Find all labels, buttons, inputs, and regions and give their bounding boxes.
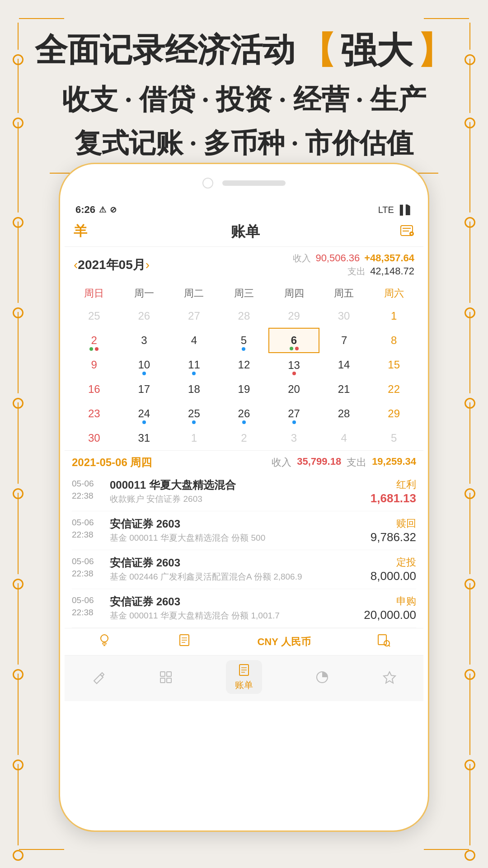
calendar-day[interactable]: 30 (319, 304, 369, 328)
calendar-day[interactable]: 31 (119, 426, 169, 450)
calendar-day[interactable]: 16 (69, 377, 119, 401)
calendar-day[interactable]: 25 (69, 304, 119, 328)
calendar-day[interactable]: 25 (169, 401, 219, 426)
deco-circle (13, 760, 23, 770)
header-main-text: 全面记录经济活动 (35, 29, 295, 72)
calendar-day[interactable]: 28 (219, 304, 269, 328)
status-left: 6:26 ⚠ ⊘ (75, 204, 117, 216)
deco-circle (465, 760, 475, 770)
calendar-day[interactable]: 3 (119, 328, 169, 353)
calendar-day[interactable]: 1 (369, 304, 419, 328)
calendar-day[interactable]: 19 (219, 377, 269, 401)
calendar-day[interactable]: 21 (319, 377, 369, 401)
dot-blue (142, 372, 146, 375)
currency-selector[interactable]: CNY 人民币 (257, 635, 310, 649)
app-header: 羊 账单 (65, 219, 423, 247)
calendar-day[interactable]: 5 (369, 426, 419, 450)
calendar-day[interactable]: 14 (319, 353, 369, 377)
calendar-day[interactable]: 13 (269, 353, 319, 377)
transaction-item[interactable]: 05-0622:38安信证券 2603基金 000011 华夏大盘精选混合 份额… (72, 589, 416, 628)
day-number: 21 (338, 383, 350, 395)
tx-right: 定投8,000.00 (371, 556, 416, 583)
calendar-day[interactable]: 2 (219, 426, 269, 450)
day-number: 28 (338, 407, 350, 420)
weekday-mon: 周一 (119, 283, 169, 304)
calendar-week-row: 2345678 (69, 328, 419, 353)
day-expense-label: 支出 (347, 456, 366, 469)
day-dots (169, 420, 219, 424)
transaction-list: 05-0622:38000011 华夏大盘精选混合收款账户 安信证券 2603红… (65, 472, 423, 628)
calendar-day[interactable]: 5 (219, 328, 269, 353)
calendar-day[interactable]: 4 (169, 328, 219, 353)
day-number: 29 (388, 407, 400, 420)
calendar-day[interactable]: 26 (219, 401, 269, 426)
calendar-day[interactable]: 8 (369, 328, 419, 353)
lightbulb-icon[interactable] (97, 633, 112, 651)
day-number: 18 (188, 383, 200, 395)
day-number: 30 (338, 310, 350, 322)
expense-label: 支出 (347, 265, 366, 278)
calendar-day[interactable]: 6 (269, 328, 319, 353)
day-dots (269, 372, 319, 375)
calendar-day[interactable]: 18 (169, 377, 219, 401)
calendar-day[interactable]: 15 (369, 353, 419, 377)
transaction-item[interactable]: 05-0622:38安信证券 2603基金 002446 广发利鑫灵活配置混合A… (72, 550, 416, 589)
day-number: 29 (288, 310, 300, 322)
calendar-day[interactable]: 4 (319, 426, 369, 450)
tx-sub: 基金 000011 华夏大盘精选混合 份额 1,001.7 (110, 610, 357, 622)
svg-line-16 (389, 645, 390, 646)
day-number: 11 (188, 359, 200, 371)
calendar-day[interactable]: 28 (319, 401, 369, 426)
prev-month-btn[interactable]: ‹ (74, 258, 78, 272)
deco-circle (13, 307, 23, 318)
calendar-day[interactable]: 26 (119, 304, 169, 328)
calendar-day[interactable]: 22 (369, 377, 419, 401)
calendar-day[interactable]: 27 (169, 304, 219, 328)
phone-screen: 6:26 ⚠ ⊘ LTE ▐ ▋ 羊 账单 (65, 200, 423, 826)
calendar-day[interactable]: 29 (369, 401, 419, 426)
next-month-btn[interactable]: › (145, 258, 150, 272)
calendar-week-row: 23242526272829 (69, 401, 419, 426)
calendar-day[interactable]: 24 (119, 401, 169, 426)
calendar-day[interactable]: 3 (269, 426, 319, 450)
transaction-item[interactable]: 05-0622:38安信证券 2603基金 000011 华夏大盘精选混合 份额… (72, 511, 416, 550)
tx-datetime: 05-0622:38 (72, 478, 103, 502)
nav-bills[interactable]: 账单 (226, 660, 262, 694)
status-time: 6:26 (75, 204, 95, 216)
tx-right: 红利1,681.13 (371, 478, 416, 505)
calendar-day[interactable]: 12 (219, 353, 269, 377)
calendar-day[interactable]: 29 (269, 304, 319, 328)
calendar-day[interactable]: 17 (119, 377, 169, 401)
transaction-item[interactable]: 05-0622:38000011 华夏大盘精选混合收款账户 安信证券 2603红… (72, 472, 416, 511)
day-number: 2 (241, 432, 247, 444)
document-icon[interactable] (177, 633, 192, 651)
calendar-day[interactable]: 9 (69, 353, 119, 377)
day-number: 27 (188, 310, 200, 322)
day-number: 26 (238, 407, 250, 420)
svg-point-7 (101, 635, 108, 642)
tx-type: 定投 (371, 556, 416, 569)
nav-charts[interactable] (315, 670, 329, 684)
nav-records[interactable] (159, 670, 173, 684)
weekday-tue: 周二 (169, 283, 219, 304)
deco-line (18, 493, 19, 574)
nav-edit[interactable] (91, 670, 106, 684)
status-circle-icon: ⊘ (110, 205, 117, 215)
calendar-day[interactable]: 10 (119, 353, 169, 377)
day-number: 27 (288, 407, 300, 420)
calendar-day[interactable]: 7 (319, 328, 369, 353)
svg-marker-26 (384, 672, 395, 683)
deco-line (19, 849, 64, 850)
strong-text: 强大 (340, 27, 413, 74)
calendar-day[interactable]: 30 (69, 426, 119, 450)
nav-premium[interactable] (382, 670, 397, 684)
search-doc-icon[interactable] (376, 633, 391, 651)
edit-icon-btn[interactable] (399, 223, 414, 241)
calendar-day[interactable]: 23 (69, 401, 119, 426)
calendar-day[interactable]: 2 (69, 328, 119, 353)
calendar-day[interactable]: 20 (269, 377, 319, 401)
calendar-day[interactable]: 1 (169, 426, 219, 450)
calendar-day[interactable]: 27 (269, 401, 319, 426)
calendar-day[interactable]: 11 (169, 353, 219, 377)
header-line1: 全面记录经济活动 【 强大 】 (27, 27, 461, 74)
